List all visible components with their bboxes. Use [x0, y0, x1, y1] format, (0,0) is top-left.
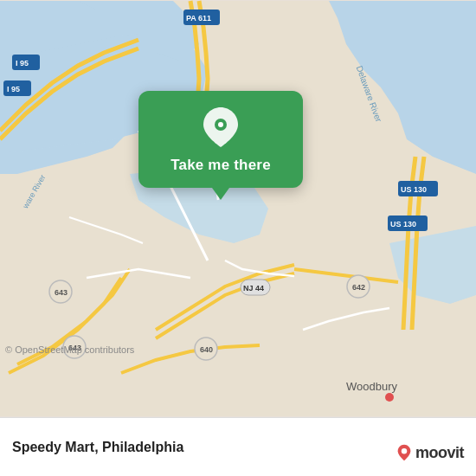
app-container: I 95 I 95 PA 611 US 130 US 130 NJ 44 643…: [0, 0, 476, 476]
svg-text:640: 640: [200, 345, 213, 354]
navigate-popup[interactable]: Take me there: [138, 91, 303, 188]
svg-text:PA 611: PA 611: [186, 14, 211, 23]
svg-point-23: [385, 393, 394, 402]
svg-point-27: [402, 448, 407, 453]
svg-text:US 130: US 130: [390, 220, 416, 228]
svg-text:Woodbury: Woodbury: [346, 380, 398, 393]
map-area[interactable]: I 95 I 95 PA 611 US 130 US 130 NJ 44 643…: [0, 0, 476, 417]
moovit-icon: [395, 443, 414, 462]
moovit-logo: moovit: [395, 443, 464, 462]
location-pin-icon: [200, 106, 241, 148]
svg-text:US 130: US 130: [401, 185, 427, 194]
svg-text:I 95: I 95: [16, 59, 29, 68]
svg-text:I 95: I 95: [7, 85, 20, 93]
svg-text:NJ 44: NJ 44: [243, 284, 264, 293]
svg-point-26: [218, 122, 223, 127]
map-attribution: © OpenStreetMap contributors: [5, 344, 134, 355]
bottom-bar: Speedy Mart, Philadelphia moovit: [0, 417, 476, 476]
moovit-text: moovit: [415, 444, 464, 462]
svg-text:642: 642: [352, 283, 365, 292]
take-me-there-label: Take me there: [170, 157, 271, 174]
svg-text:643: 643: [55, 288, 68, 297]
